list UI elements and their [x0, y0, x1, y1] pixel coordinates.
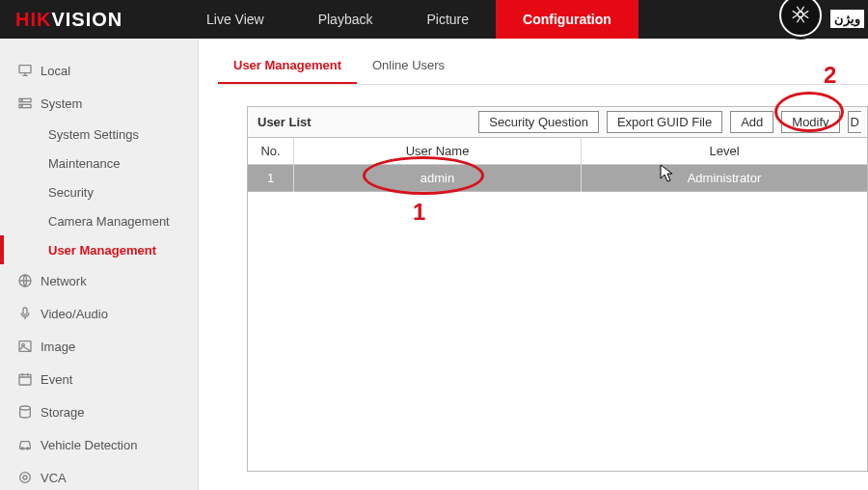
nav-playback[interactable]: Playback: [291, 0, 400, 39]
sidebar-item-vehicle-detection[interactable]: Vehicle Detection: [0, 428, 198, 461]
brand-part-hik: HIK: [15, 9, 51, 30]
svg-point-14: [20, 473, 31, 483]
nav-live-view[interactable]: Live View: [179, 0, 291, 39]
delete-button-partial[interactable]: D: [848, 111, 861, 133]
sidebar-item-event[interactable]: Event: [0, 363, 198, 395]
vca-icon: [17, 470, 41, 485]
sidebar: Local System System Settings Maintenance…: [0, 39, 199, 490]
user-table: No. User Name Level 1 admin Administrato…: [247, 138, 868, 192]
subtab-online-users[interactable]: Online Users: [357, 50, 460, 84]
sidebar-item-vca[interactable]: VCA: [0, 461, 198, 490]
globe-icon: [17, 273, 41, 288]
sidebar-sub-camera-management[interactable]: Camera Management: [0, 206, 198, 235]
security-question-button[interactable]: Security Question: [478, 111, 599, 133]
sidebar-item-label: Vehicle Detection: [41, 438, 137, 452]
cell-no: 1: [248, 165, 294, 192]
nav-configuration[interactable]: Configuration: [496, 0, 638, 39]
sidebar-sub-user-management[interactable]: User Management: [0, 235, 198, 264]
sidebar-item-label: Camera Management: [48, 214, 170, 229]
brand-badge: [779, 0, 822, 37]
svg-rect-10: [19, 374, 31, 385]
sidebar-item-network[interactable]: Network: [0, 264, 198, 297]
sidebar-item-label: Network: [41, 274, 87, 288]
sidebar-item-label: Security: [48, 185, 94, 200]
svg-point-0: [798, 12, 803, 17]
user-list-header: User List Security Question Export GUID …: [247, 106, 868, 138]
sidebar-item-label: System: [41, 96, 82, 111]
brand-part-vision: VISION: [51, 9, 122, 30]
sidebar-item-label: Event: [41, 372, 72, 387]
corner-text: ویژن: [830, 10, 864, 28]
svg-point-11: [20, 406, 31, 410]
panel-title: User List: [258, 115, 312, 129]
svg-rect-1: [19, 66, 31, 73]
table-empty-area: [247, 192, 868, 472]
svg-point-4: [21, 99, 22, 100]
system-icon: [17, 95, 41, 111]
table-header-row: No. User Name Level: [248, 138, 868, 165]
sidebar-sub-security[interactable]: Security: [0, 177, 198, 206]
sidebar-item-label: Storage: [41, 405, 85, 420]
sidebar-item-label: User Management: [48, 243, 156, 258]
cell-username: admin: [294, 165, 582, 192]
sidebar-sub-system-settings[interactable]: System Settings: [0, 120, 198, 149]
sidebar-item-label: VCA: [41, 471, 67, 485]
col-level[interactable]: Level: [582, 138, 868, 165]
panel-button-row: Security Question Export GUID File Add M…: [478, 111, 861, 133]
sidebar-item-label: System Settings: [48, 127, 139, 142]
col-username[interactable]: User Name: [294, 138, 582, 165]
car-icon: [17, 437, 41, 452]
spider-icon: [790, 4, 811, 28]
subtabs: User Management Online Users: [218, 50, 868, 85]
table-row[interactable]: 1 admin Administrator: [248, 165, 868, 192]
sidebar-item-local[interactable]: Local: [0, 54, 198, 87]
sidebar-item-image[interactable]: Image: [0, 330, 198, 363]
top-nav-bar: HIKVISION Live View Playback Picture Con…: [0, 0, 868, 39]
cell-level: Administrator: [582, 165, 868, 192]
active-indicator: [0, 235, 4, 264]
svg-point-15: [23, 476, 27, 479]
col-no[interactable]: No.: [248, 138, 294, 165]
subtab-user-management[interactable]: User Management: [218, 50, 357, 84]
content-area: User Management Online Users User List S…: [199, 39, 868, 490]
sidebar-item-label: Local: [41, 64, 70, 78]
sidebar-item-video-audio[interactable]: Video/Audio: [0, 297, 198, 330]
nav-items: Live View Playback Picture Configuration: [179, 0, 638, 39]
sidebar-item-storage[interactable]: Storage: [0, 395, 198, 428]
brand-logo: HIKVISION: [0, 9, 179, 31]
calendar-icon: [17, 371, 41, 387]
sidebar-sub-maintenance[interactable]: Maintenance: [0, 149, 198, 177]
monitor-icon: [17, 63, 41, 78]
mic-icon: [17, 306, 41, 321]
svg-point-5: [21, 105, 22, 106]
sidebar-item-label: Image: [41, 340, 75, 354]
export-guid-button[interactable]: Export GUID File: [607, 111, 722, 133]
sidebar-item-label: Maintenance: [48, 156, 120, 171]
modify-button[interactable]: Modify: [781, 111, 839, 133]
storage-icon: [17, 404, 41, 420]
add-button[interactable]: Add: [730, 111, 773, 133]
image-icon: [17, 339, 41, 354]
sidebar-item-label: Video/Audio: [41, 307, 108, 321]
svg-rect-7: [23, 308, 27, 314]
nav-picture[interactable]: Picture: [399, 0, 496, 39]
sidebar-item-system[interactable]: System: [0, 87, 198, 120]
